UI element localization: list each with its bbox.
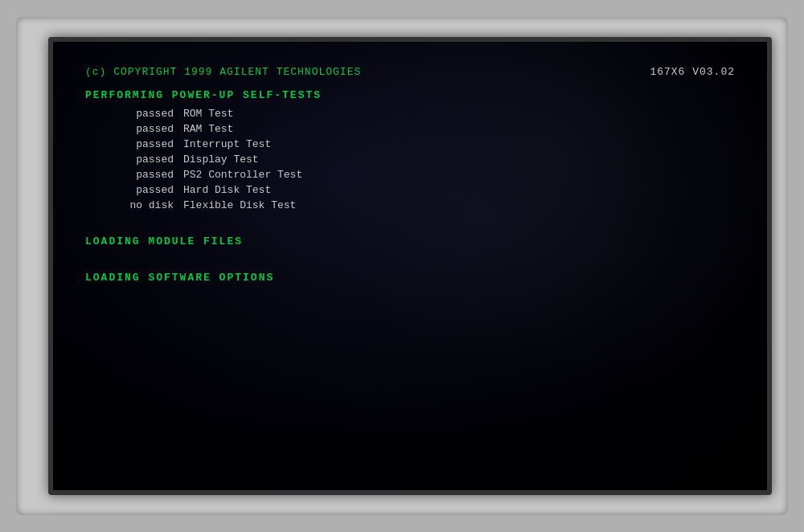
test-name: Interrupt Test: [183, 138, 271, 150]
test-status: passed: [109, 123, 174, 135]
test-name: PS2 Controller Test: [183, 169, 302, 181]
test-results: passedROM TestpassedRAM TestpassedInterr…: [109, 108, 735, 211]
test-row: passedInterrupt Test: [109, 138, 735, 150]
loading-software: LOADING SOFTWARE OPTIONS: [85, 272, 735, 284]
outer-frame: 167X6 V03.02 (c) COPYRIGHT 1999 AGILENT …: [16, 17, 788, 515]
test-name: Flexible Disk Test: [183, 199, 296, 211]
self-test-header: PERFORMING POWER-UP SELF-TESTS: [85, 89, 735, 101]
test-status: passed: [109, 138, 174, 150]
test-row: passedPS2 Controller Test: [109, 169, 735, 181]
test-status: passed: [109, 108, 174, 120]
test-status: passed: [109, 184, 174, 196]
copyright-line: (c) COPYRIGHT 1999 AGILENT TECHNOLOGIES: [85, 66, 735, 78]
monitor-bezel: 167X6 V03.02 (c) COPYRIGHT 1999 AGILENT …: [48, 37, 772, 495]
test-row: passedDisplay Test: [109, 153, 735, 166]
test-row: passedHard Disk Test: [109, 184, 735, 196]
content-area: (c) COPYRIGHT 1999 AGILENT TECHNOLOGIES …: [85, 66, 735, 284]
test-name: RAM Test: [183, 123, 233, 135]
test-status: passed: [109, 169, 174, 181]
test-name: ROM Test: [183, 108, 233, 120]
screen: 167X6 V03.02 (c) COPYRIGHT 1999 AGILENT …: [53, 42, 767, 490]
test-status: no disk: [109, 199, 174, 211]
test-name: Hard Disk Test: [183, 184, 271, 196]
loading-module: LOADING MODULE FILES: [85, 235, 735, 248]
test-row: no diskFlexible Disk Test: [109, 199, 735, 211]
test-row: passedROM Test: [109, 108, 735, 120]
test-row: passedRAM Test: [109, 123, 735, 135]
test-status: passed: [109, 153, 174, 166]
test-name: Display Test: [183, 153, 259, 166]
